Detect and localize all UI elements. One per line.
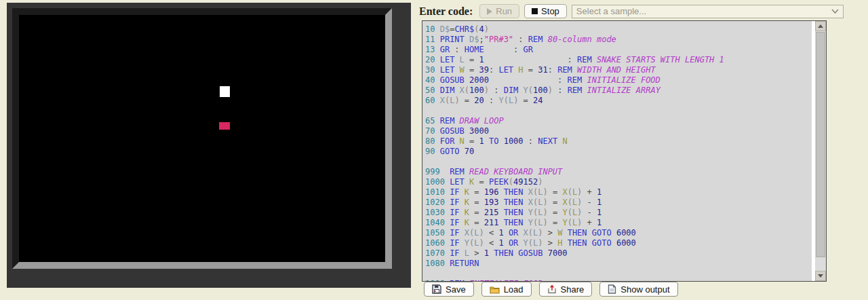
code-line: 60 X(L) = 20 : Y(L) = 24 [425, 96, 812, 106]
code-line: 30 LET W = 39: LET H = 31: REM WIDTH AND… [425, 65, 812, 75]
code-line: 70 GOSUB 3000 [425, 126, 812, 136]
floppy-disk-icon [432, 284, 441, 294]
stop-button-label: Stop [541, 6, 559, 16]
scroll-down-button[interactable] [815, 271, 826, 281]
code-line: 65 REM DRAW LOOP [425, 116, 812, 126]
code-line [425, 269, 812, 279]
run-button-label: Run [496, 6, 512, 16]
run-button[interactable]: Run [479, 4, 519, 18]
code-line: 1000 LET K = PEEK(49152) [425, 177, 812, 187]
code-line: 1020 IF K = 193 THEN X(L) = X(L) - 1 [425, 198, 812, 208]
code-content: 10 D$=CHR$(4)11 PRINT D$;"PR#3" : REM 80… [422, 21, 812, 281]
load-button-label: Load [504, 284, 524, 295]
save-button[interactable]: Save [424, 282, 474, 297]
code-line: 50 DIM X(100) : DIM Y(100) : REM INTIALI… [425, 86, 812, 96]
scroll-up-button[interactable] [815, 21, 826, 31]
apple2-monitor [7, 3, 411, 288]
code-line: 90 GOTO 70 [425, 147, 812, 157]
stop-button[interactable]: Stop [524, 4, 567, 18]
code-line [425, 157, 812, 167]
sample-select[interactable]: Select a sample... [572, 5, 844, 18]
code-line: 1080 RETURN [425, 259, 812, 269]
code-line: 1030 IF K = 215 THEN Y(L) = Y(L) - 1 [425, 208, 812, 218]
code-line [425, 106, 812, 116]
code-line: 1060 IF Y(L) < 1 OR Y(L) > H THEN GOTO 6… [425, 238, 812, 248]
share-icon [547, 284, 557, 294]
code-line: 1010 IF K = 196 THEN X(L) = X(L) + 1 [425, 187, 812, 198]
sample-select-placeholder: Select a sample... [576, 6, 831, 16]
scrollbar-thumb[interactable] [816, 32, 825, 257]
show-output-button-label: Show output [620, 284, 669, 295]
folder-icon [490, 285, 500, 294]
code-line: 1070 IF L > 1 THEN GOSUB 7000 [425, 248, 812, 259]
stop-icon [532, 8, 538, 14]
food-block [219, 122, 230, 130]
enter-code-label: Enter code: [419, 5, 473, 18]
code-line: 40 GOSUB 2000 : REM INITIALIZE FOOD [425, 75, 812, 86]
code-line: 1999 REM INITIALIZE FOOD [425, 279, 812, 281]
chevron-down-icon [831, 9, 839, 14]
action-bar: Save Load Share Show output [424, 282, 678, 297]
share-button[interactable]: Share [539, 282, 593, 297]
toolbar: Enter code: Run Stop Select a sample... [419, 3, 844, 19]
code-editor[interactable]: 10 D$=CHR$(4)11 PRINT D$;"PR#3" : REM 80… [422, 20, 827, 282]
scroll-up-icon [818, 24, 823, 28]
code-line: 13 GR : HOME : GR [425, 45, 812, 55]
code-line: 999 REM READ KEYBOARD INPUT [425, 167, 812, 177]
code-line: 20 LET L = 1 : REM SNAKE STARTS WITH LEN… [425, 55, 812, 65]
snake-block [220, 86, 230, 97]
code-line: 1050 IF X(L) < 1 OR X(L) > W THEN GOTO 6… [425, 228, 812, 238]
code-line: 11 PRINT D$;"PR#3" : REM 80-column mode [425, 35, 812, 45]
code-area[interactable]: 10 D$=CHR$(4)11 PRINT D$;"PR#3" : REM 80… [422, 21, 812, 281]
code-line: 80 FOR N = 1 TO 1000 : NEXT N [425, 136, 812, 147]
apple2-screen[interactable] [12, 8, 392, 269]
play-icon [487, 8, 492, 15]
code-line: 1040 IF K = 211 THEN Y(L) = Y(L) + 1 [425, 218, 812, 228]
scroll-down-icon [818, 274, 823, 278]
output-document-icon [608, 284, 616, 294]
show-output-button[interactable]: Show output [599, 282, 677, 297]
code-line: 10 D$=CHR$(4) [425, 24, 812, 35]
load-button[interactable]: Load [481, 282, 532, 297]
share-button-label: Share [561, 284, 585, 295]
save-button-label: Save [446, 284, 466, 295]
editor-scrollbar[interactable] [815, 21, 826, 281]
